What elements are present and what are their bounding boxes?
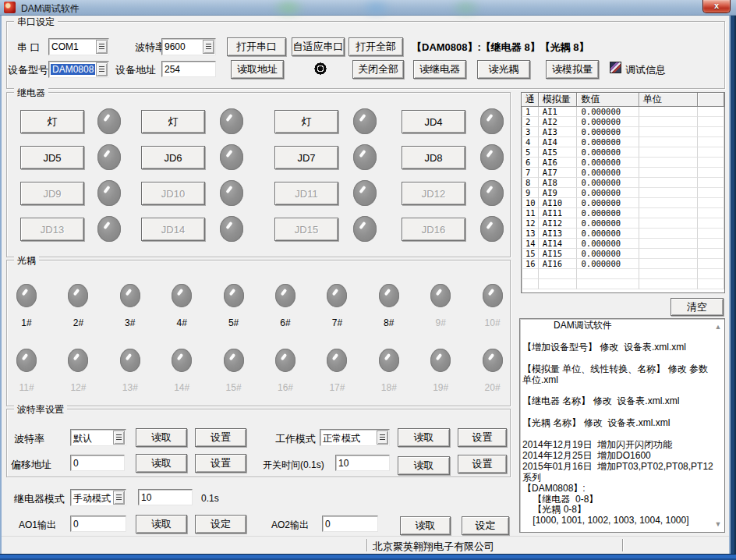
table-cell bbox=[639, 208, 698, 218]
read-opto-button[interactable]: 读光耦 bbox=[477, 60, 530, 79]
table-cell bbox=[639, 229, 698, 239]
work-mode-set-button[interactable]: 设置 bbox=[458, 428, 507, 447]
relay-time-input[interactable] bbox=[138, 489, 193, 505]
table-cell: 0.000000 bbox=[577, 117, 639, 127]
com-port-select[interactable]: COM1 bbox=[48, 38, 109, 55]
switch-time-set-button[interactable]: 设置 bbox=[458, 455, 507, 473]
offset-set-button[interactable]: 设置 bbox=[195, 454, 246, 473]
relay-button-2[interactable]: 灯 bbox=[141, 110, 205, 133]
close-button[interactable]: x bbox=[702, 0, 731, 13]
status-bar: 北京聚英翱翔电子有限公司 bbox=[2, 536, 729, 554]
statusbar-divider bbox=[366, 539, 368, 551]
ao2-input[interactable] bbox=[322, 516, 378, 532]
relay-button-3[interactable]: 灯 bbox=[274, 110, 338, 133]
table-row[interactable]: 7AI70.000000 bbox=[522, 168, 724, 178]
table-row[interactable]: 6AI60.000000 bbox=[522, 158, 724, 168]
device-addr-input[interactable] bbox=[161, 61, 216, 77]
table-row[interactable]: 4AI40.000000 bbox=[522, 137, 724, 147]
table-cell: AI11 bbox=[539, 208, 578, 218]
dropdown-button[interactable] bbox=[203, 40, 214, 54]
table-row[interactable]: 9AI90.000000 bbox=[522, 188, 724, 198]
opto-label-1: 1# bbox=[9, 317, 44, 328]
read-addr-button[interactable]: 读取地址 bbox=[231, 60, 284, 79]
table-cell: 0.000000 bbox=[577, 188, 639, 198]
relay-mode-select[interactable]: 手动模式 bbox=[70, 489, 126, 506]
dropdown-button[interactable] bbox=[377, 431, 388, 445]
table-cell bbox=[639, 117, 698, 127]
dropdown-button[interactable] bbox=[96, 62, 108, 76]
table-row[interactable]: 11AI110.000000 bbox=[522, 208, 724, 218]
table-cell bbox=[639, 269, 698, 279]
baud-setting-select[interactable]: 默认 bbox=[70, 429, 126, 446]
dropdown-button[interactable] bbox=[96, 40, 108, 54]
baud-set-button[interactable]: 设置 bbox=[195, 428, 246, 447]
dropdown-button[interactable] bbox=[113, 431, 125, 445]
ao2-read-button[interactable]: 读取 bbox=[400, 516, 451, 535]
relay-button-5[interactable]: JD5 bbox=[20, 146, 84, 169]
relay-button-7[interactable]: JD7 bbox=[274, 146, 338, 169]
read-analog-button[interactable]: 读模拟量 bbox=[546, 60, 599, 79]
table-cell: 16 bbox=[522, 259, 539, 269]
table-row[interactable]: 1AI10.000000 bbox=[522, 107, 724, 117]
opto-label-3: 3# bbox=[113, 317, 147, 328]
relay-button-1[interactable]: 灯 bbox=[20, 110, 84, 133]
offset-addr-input[interactable] bbox=[70, 455, 125, 471]
table-cell: 0.000000 bbox=[577, 218, 639, 229]
baud-settings-group-label: 波特率设置 bbox=[14, 403, 67, 416]
opto-led-1 bbox=[16, 284, 37, 307]
glass-reflection bbox=[444, 1, 487, 15]
dropdown-button[interactable] bbox=[113, 491, 125, 505]
offset-addr-label: 偏移地址 bbox=[11, 458, 51, 472]
ao1-set-button[interactable]: 设定 bbox=[195, 515, 246, 533]
scroll-down-arrow[interactable]: ▼ bbox=[714, 520, 722, 528]
switch-time-read-button[interactable]: 读取 bbox=[398, 456, 450, 475]
analog-table-head: 通模拟量数值单位 bbox=[522, 93, 724, 107]
table-row[interactable]: 10AI100.000000 bbox=[522, 198, 724, 208]
relay-button-8[interactable]: JD8 bbox=[402, 146, 465, 169]
offset-read-button[interactable]: 读取 bbox=[136, 454, 187, 473]
auto-port-button[interactable]: 自适应串口 bbox=[292, 37, 345, 56]
window-title: DAM调试软件 bbox=[21, 2, 80, 16]
table-row[interactable]: 8AI80.000000 bbox=[522, 178, 724, 188]
table-row[interactable]: 13AI130.000000 bbox=[522, 229, 724, 239]
work-mode-read-button[interactable]: 读取 bbox=[398, 428, 450, 447]
table-row[interactable]: 16AI160.000000 bbox=[522, 259, 724, 269]
open-all-button[interactable]: 打开全部 bbox=[349, 37, 403, 56]
table-row[interactable]: 14AI140.000000 bbox=[522, 239, 724, 249]
ao2-set-button[interactable]: 设定 bbox=[462, 516, 509, 535]
work-mode-select[interactable]: 正常模式 bbox=[320, 429, 390, 446]
table-row[interactable]: 3AI30.000000 bbox=[522, 127, 724, 137]
table-cell bbox=[698, 168, 724, 178]
baud-select[interactable]: 9600 bbox=[161, 38, 216, 55]
table-row[interactable]: 12AI120.000000 bbox=[522, 218, 724, 229]
open-port-button[interactable]: 打开串口 bbox=[227, 37, 286, 56]
ao1-input[interactable] bbox=[70, 516, 126, 532]
table-cell: AI7 bbox=[539, 168, 578, 178]
table-cell: 2 bbox=[522, 117, 539, 127]
table-cell bbox=[698, 239, 724, 249]
relay-led-4 bbox=[480, 108, 504, 134]
ao1-read-button[interactable]: 读取 bbox=[136, 515, 187, 533]
switch-time-input[interactable] bbox=[335, 455, 390, 471]
relay-button-6[interactable]: JD6 bbox=[141, 146, 205, 169]
table-row[interactable]: 15AI150.000000 bbox=[522, 249, 724, 259]
table-cell bbox=[639, 188, 698, 198]
table-header-cell: 模拟量 bbox=[539, 93, 578, 107]
close-all-button[interactable]: 关闭全部 bbox=[352, 60, 404, 79]
table-cell: AI8 bbox=[539, 178, 578, 188]
scroll-up-arrow[interactable]: ▲ bbox=[714, 323, 722, 331]
table-row bbox=[522, 269, 724, 279]
opto-led-8 bbox=[379, 284, 399, 307]
baud-read-button[interactable]: 读取 bbox=[136, 428, 187, 447]
table-row[interactable]: 2AI20.000000 bbox=[522, 117, 724, 127]
device-model-select[interactable]: DAM0808 bbox=[48, 61, 109, 78]
read-relay-button[interactable]: 读继电器 bbox=[413, 60, 466, 79]
relay-button-4[interactable]: JD4 bbox=[402, 110, 465, 133]
clear-button[interactable]: 清空 bbox=[671, 298, 724, 316]
relay-button-16: JD16 bbox=[402, 218, 465, 241]
table-row[interactable]: 5AI50.000000 bbox=[522, 147, 724, 158]
table-cell: AI12 bbox=[539, 218, 578, 229]
table-cell bbox=[639, 218, 698, 229]
debug-info-icon[interactable] bbox=[610, 62, 621, 73]
table-cell bbox=[698, 107, 724, 117]
